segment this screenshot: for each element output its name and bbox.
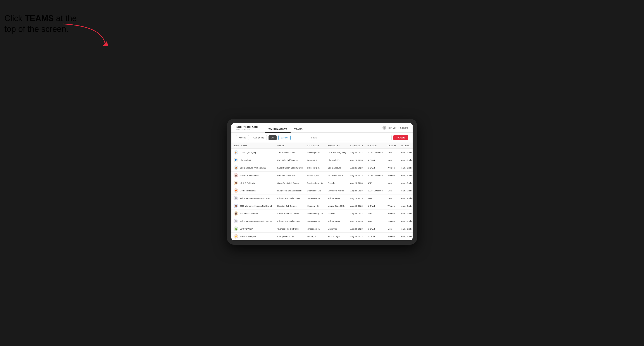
venue-cell: Edmundson Golf Course	[275, 217, 305, 225]
tab-teams[interactable]: TEAMS	[290, 126, 306, 133]
event-icon: 🐺	[234, 196, 238, 200]
event-name: 2023 Women's Hesston Fall Kickoff	[240, 205, 272, 207]
search-box	[309, 135, 392, 140]
city-state-cell: Prestonsburg, KY	[305, 210, 326, 217]
hosting-button[interactable]: Hosting	[236, 135, 249, 140]
hosted-by-cell: John A Logan	[326, 233, 348, 240]
tournaments-table: EVENT NAME VENUE CITY, STATE HOSTED BY S…	[232, 143, 412, 240]
instruction-text: Click TEAMS at the top of the screen.	[4, 13, 77, 35]
table-row: 👤 Highland 36 Park Hills Golf Course Fre…	[232, 156, 412, 164]
event-icon: 🐺	[234, 219, 238, 223]
col-city-state: CITY, STATE	[305, 143, 326, 149]
logo-title: SCOREBOARD	[236, 125, 258, 129]
filter-button[interactable]: ☰ Filter	[278, 135, 290, 140]
start-date-cell: Aug 28, 2023	[348, 202, 365, 210]
start-date-cell: Aug 28, 2023	[348, 172, 365, 179]
gender-cell: Women	[385, 164, 398, 172]
scoring-cell: team, Stroke Play	[399, 187, 412, 194]
city-state-cell: Freeport, IL	[305, 156, 326, 164]
table-row: 🐂 Maverick Invitational Faribault Golf C…	[232, 172, 412, 179]
gear-icon[interactable]: ⚙	[382, 126, 386, 130]
event-name-cell: ⚡ Klash at Kokopelli	[232, 233, 275, 240]
event-name-cell: 🌿 VU PREVIEW	[232, 225, 275, 233]
gender-cell: Men	[385, 149, 398, 156]
city-state-cell: Marion, IL	[305, 233, 326, 240]
venue-cell: StoneCrest Golf Course	[275, 210, 305, 217]
hosted-by-cell: Minnesota-Morris	[326, 187, 348, 194]
hosted-by-cell: Highland CC	[326, 156, 348, 164]
gender-cell: Women	[385, 202, 398, 210]
scoring-cell: team, Stroke Play	[399, 217, 412, 225]
signout-link[interactable]: Sign out	[400, 127, 408, 129]
table-row: 🌿 VU PREVIEW Cypress Hills Golf Club Vin…	[232, 225, 412, 233]
gender-cell: Men	[385, 225, 398, 233]
table-row: 🐺 Fall Statesmen Invitational - Men Edmu…	[232, 194, 412, 202]
venue-cell: Edmundson Golf Course	[275, 194, 305, 202]
filter-bar: Hosting Competing All ☰ Filter + Create	[232, 133, 412, 143]
competing-button[interactable]: Competing	[250, 135, 267, 140]
start-date-cell: Aug 28, 2023	[348, 187, 365, 194]
city-state-cell: Oskaloosa, IA	[305, 194, 326, 202]
division-cell: NICAA I	[365, 156, 385, 164]
table-row: 🦊 Morris Invitational Ruttger's Bay Lake…	[232, 187, 412, 194]
division-cell: NCAA Division III	[365, 187, 385, 194]
scoring-cell: team, Stroke Play	[399, 164, 412, 172]
tablet-screen: SCOREBOARD Powered by Clippi TOURNAMENTS…	[232, 123, 412, 240]
city-state-cell: Hesston, KS	[305, 202, 326, 210]
event-name-cell: 🐻 upike fall invitational	[232, 210, 275, 217]
event-name-cell: 🏫 Carl Sandburg Women FA23	[232, 164, 275, 172]
division-cell: NCAA Division II	[365, 172, 385, 179]
create-button[interactable]: + Create	[394, 135, 408, 140]
city-state-cell: Oskaloosa, IA	[305, 217, 326, 225]
start-date-cell: Aug 26, 2023	[348, 164, 365, 172]
start-date-cell: Aug 28, 2023	[348, 217, 365, 225]
gender-cell: Women	[385, 217, 398, 225]
city-state-cell: Deerwood, MN	[305, 187, 326, 194]
event-icon: 👤	[234, 158, 238, 162]
venue-cell: Park Hills Golf Course	[275, 156, 305, 164]
division-cell: NAIA	[365, 194, 385, 202]
user-label: Test User |	[388, 127, 399, 129]
event-name-cell: 🐻 UPIKE Fall Invite	[232, 179, 275, 187]
event-name: UPIKE Fall Invite	[240, 182, 256, 184]
search-input[interactable]	[309, 135, 392, 140]
division-cell: NAIA	[365, 179, 385, 187]
event-name-cell: 🐺 Fall Statesmen Invitational - Men	[232, 194, 275, 202]
division-cell: NICAA I	[365, 233, 385, 240]
col-start-date: START DATE	[348, 143, 365, 149]
logo: SCOREBOARD Powered by Clippi	[236, 125, 258, 130]
division-cell: NICAA II	[365, 225, 385, 233]
event-icon: ⚡	[234, 234, 238, 238]
hosted-by-cell: Mt. Saint Mary (NY)	[326, 149, 348, 156]
table-row: 🐻 upike fall invitational StoneCrest Gol…	[232, 210, 412, 217]
gender-cell: Women	[385, 233, 398, 240]
logo-subtitle: Powered by Clippi	[236, 129, 258, 130]
start-date-cell: Aug 25, 2023	[348, 156, 365, 164]
hosted-by-cell: Minnesota State	[326, 172, 348, 179]
event-name: MSMC Qualifying 1	[240, 151, 258, 154]
event-name-cell: 🦊 Morris Invitational	[232, 187, 275, 194]
tablet-frame: SCOREBOARD Powered by Clippi TOURNAMENTS…	[227, 119, 417, 245]
hosted-by-cell: Pikeville	[326, 179, 348, 187]
scoring-cell: team, Stroke Play	[399, 210, 412, 217]
city-state-cell: Galesburg, IL	[305, 164, 326, 172]
event-icon: 🐻	[234, 211, 238, 216]
hosted-by-cell: Pikeville	[326, 210, 348, 217]
app-header: SCOREBOARD Powered by Clippi TOURNAMENTS…	[232, 123, 412, 133]
city-state-cell: Prestonsburg, KY	[305, 179, 326, 187]
division-cell: NAIA	[365, 217, 385, 225]
event-name: Fall Statesmen Invitational - Men	[240, 197, 270, 199]
scoring-cell: team, Stroke Play	[399, 233, 412, 240]
table-row: 🐺 Fall Statesmen Invitational - Women Ed…	[232, 217, 412, 225]
event-name: Maverick Invitational	[240, 174, 258, 176]
event-name-cell: 🏌 MSMC Qualifying 1	[232, 149, 275, 156]
col-division: DIVISION	[365, 143, 385, 149]
event-icon: 🐂	[234, 173, 238, 177]
hosted-by-cell: Carl Sandburg	[326, 164, 348, 172]
all-button[interactable]: All	[268, 135, 276, 140]
gender-cell: Men	[385, 179, 398, 187]
gender-cell: Men	[385, 187, 398, 194]
event-name: Fall Statesmen Invitational - Women	[240, 220, 273, 222]
start-date-cell: Aug 28, 2023	[348, 225, 365, 233]
tab-tournaments[interactable]: TOURNAMENTS	[265, 126, 290, 133]
